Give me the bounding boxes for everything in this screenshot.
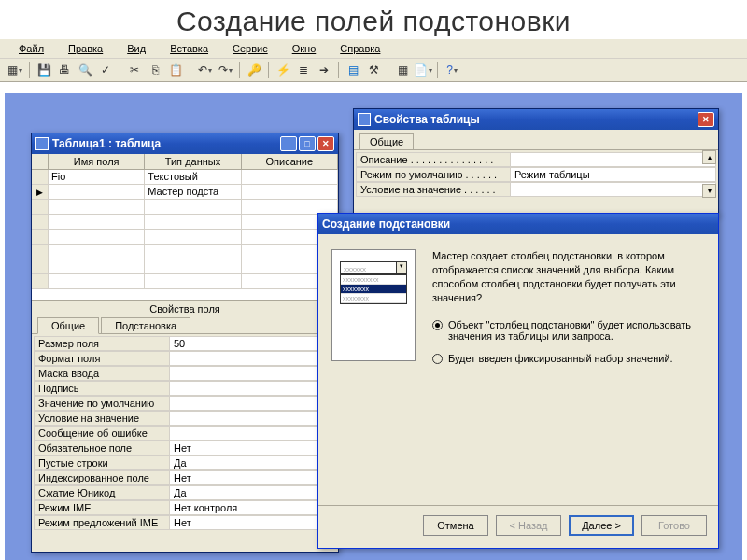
prop-row: Размер поля50 (34, 336, 336, 351)
wizard-body: ▾ xxxxxxxxxxx xxxxxxxx xxxxxxxx Мастер с… (318, 234, 718, 505)
option-fixed-list[interactable]: Будет введен фиксированный набор значени… (432, 353, 705, 364)
indexes-icon[interactable]: ≣ (294, 61, 313, 79)
prop-label: Описание . . . . . . . . . . . . . . . (356, 152, 510, 167)
cut-icon[interactable]: ✂ (125, 61, 144, 79)
prop-value[interactable]: Нет (169, 441, 336, 455)
separator (437, 62, 438, 78)
prop-value[interactable]: Нет (169, 470, 336, 485)
print-icon[interactable]: 🖶 (55, 61, 74, 79)
prop-value[interactable]: Нет (169, 515, 336, 530)
prop-value[interactable]: Режим таблицы (510, 167, 716, 182)
window-title: Создание подстановки (322, 217, 450, 231)
close-icon[interactable]: ✕ (698, 112, 714, 127)
save-icon[interactable]: 💾 (35, 61, 53, 79)
grid-body[interactable]: Fio Текстовый ▶ Мастер подста (32, 170, 338, 301)
field-properties-header: Свойства поля (32, 301, 338, 317)
prop-value[interactable]: Да (169, 455, 336, 470)
next-button[interactable]: Далее > (569, 515, 634, 536)
menu-service[interactable]: Сервис (221, 41, 279, 56)
table-row[interactable]: ▶ Мастер подста (32, 185, 338, 200)
table-icon (35, 137, 49, 150)
menu-view[interactable]: Вид (116, 41, 157, 56)
tab-general[interactable]: Общие (359, 133, 414, 149)
menu-file[interactable]: Файл (7, 41, 55, 56)
prop-value[interactable] (169, 396, 336, 411)
paste-icon[interactable]: 📋 (166, 61, 185, 79)
undo-icon[interactable]: ↶ (195, 61, 214, 79)
radio-icon[interactable] (432, 320, 443, 330)
cell-datatype[interactable]: Текстовый (145, 170, 241, 185)
prop-label: Пустые строки (34, 455, 169, 470)
prop-value[interactable] (510, 182, 716, 197)
titlebar[interactable]: Свойства таблицы ✕ (354, 109, 718, 130)
option-from-table[interactable]: Объект "столбец подстановки" будет испол… (432, 319, 705, 342)
cell-fieldname[interactable]: Fio (49, 170, 145, 185)
new-object-icon[interactable]: 📄 (414, 61, 432, 79)
field-props-tabs: Общие Подстановка (32, 317, 338, 333)
radio-icon[interactable] (432, 354, 443, 364)
titlebar[interactable]: Создание подстановки (318, 214, 718, 234)
cell-fieldname[interactable] (49, 185, 145, 200)
prop-value[interactable]: Да (169, 485, 336, 500)
prop-label: Сообщение об ошибке (34, 426, 169, 441)
redo-icon[interactable]: ↷ (216, 61, 234, 79)
db-window-icon[interactable]: ▦ (393, 61, 412, 79)
row-selector-current[interactable]: ▶ (32, 185, 49, 200)
prop-value[interactable]: 50 (169, 336, 336, 351)
table-design-window: Таблица1 : таблица _ □ ✕ Имя поля Тип да… (31, 133, 339, 553)
menu-window[interactable]: Окно (281, 41, 328, 56)
build-icon[interactable]: ⚒ (364, 61, 383, 79)
col-fieldname[interactable]: Имя поля (49, 154, 145, 169)
prop-label: Индексированное поле (34, 470, 169, 485)
menu-help[interactable]: Справка (329, 41, 391, 56)
copy-icon[interactable]: ⎘ (146, 61, 164, 79)
prop-value[interactable] (169, 426, 336, 441)
lightning-icon[interactable]: ⚡ (274, 61, 292, 79)
menu-edit[interactable]: Правка (57, 41, 114, 56)
cancel-button[interactable]: Отмена (423, 515, 488, 536)
maximize-icon[interactable]: □ (299, 136, 316, 151)
row-selector[interactable] (32, 170, 49, 185)
col-datatype[interactable]: Тип данных (145, 154, 241, 169)
spellcheck-icon[interactable]: ✓ (96, 61, 115, 79)
prop-value[interactable]: Нет контроля (169, 500, 336, 515)
prop-row: Режим предложений IMEНет (34, 515, 336, 530)
tab-lookup[interactable]: Подстановка (101, 317, 190, 333)
scroll-up-icon[interactable]: ▴ (702, 150, 716, 164)
minimize-icon[interactable]: _ (280, 136, 297, 151)
prop-value[interactable] (169, 411, 336, 426)
prop-value[interactable] (169, 381, 336, 396)
grid-header: Имя поля Тип данных Описание (32, 154, 338, 170)
titlebar[interactable]: Таблица1 : таблица _ □ ✕ (32, 133, 338, 154)
list-item: xxxxxxxx (341, 294, 406, 303)
prop-label: Подпись (34, 381, 169, 396)
tab-general[interactable]: Общие (37, 317, 99, 334)
scroll-down-icon[interactable]: ▾ (702, 184, 716, 198)
mdi-workspace: Таблица1 : таблица _ □ ✕ Имя поля Тип да… (5, 93, 742, 560)
prop-value[interactable] (169, 351, 336, 366)
help-icon[interactable]: ? (443, 61, 461, 79)
cell-description[interactable] (242, 185, 338, 200)
prop-value[interactable] (510, 152, 716, 167)
wizard-buttons: Отмена < Назад Далее > Готово (318, 505, 718, 545)
prop-label: Значение по умолчанию (34, 396, 169, 411)
preview-icon[interactable]: 🔍 (76, 61, 94, 79)
cell-description[interactable] (242, 170, 338, 185)
close-icon[interactable]: ✕ (317, 136, 334, 151)
col-description[interactable]: Описание (242, 154, 338, 169)
prop-value[interactable] (169, 366, 336, 381)
table-row[interactable]: Fio Текстовый (32, 170, 338, 185)
view-mode-icon[interactable]: ▦ (6, 61, 24, 79)
prop-label: Сжатие Юникод (34, 485, 169, 500)
prop-row: Подпись (34, 381, 336, 396)
prop-label: Обязательное поле (34, 441, 169, 455)
menu-insert[interactable]: Вставка (159, 41, 219, 56)
finish-button[interactable]: Готово (641, 515, 707, 536)
properties-icon[interactable]: ▤ (344, 61, 362, 79)
back-button[interactable]: < Назад (496, 515, 561, 536)
cell-datatype[interactable]: Мастер подста (145, 185, 241, 200)
prop-row: Условие на значение (34, 411, 336, 426)
key-icon[interactable]: 🔑 (245, 61, 263, 79)
insert-rows-icon[interactable]: ➔ (315, 61, 333, 79)
slide-title: Создание полей подстоновки (0, 0, 747, 39)
